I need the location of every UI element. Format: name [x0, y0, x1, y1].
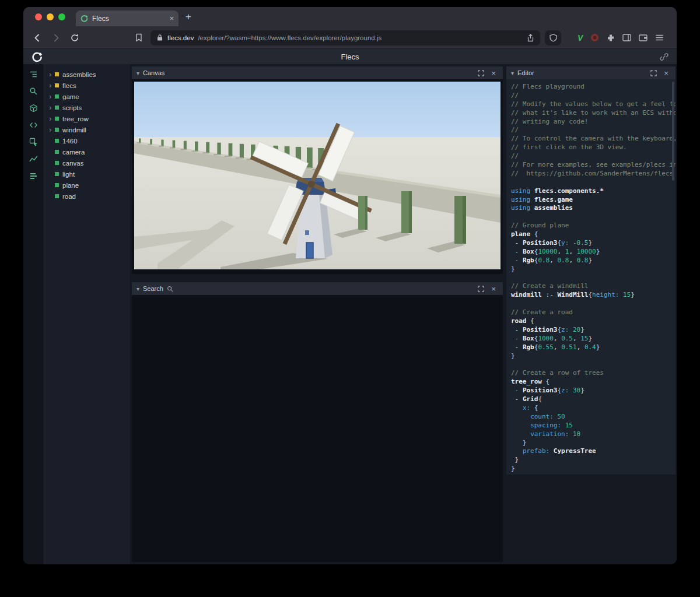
- tree-item-1460[interactable]: 1460: [44, 135, 130, 146]
- code-line: // first click on the 3D view.: [511, 143, 673, 152]
- canvas-panel-header[interactable]: ▾ Canvas ×: [132, 66, 503, 79]
- forward-button[interactable]: [49, 31, 63, 45]
- close-panel-icon[interactable]: ×: [489, 69, 498, 77]
- code-icon[interactable]: [27, 120, 40, 131]
- canvas-3d-viewport[interactable]: [132, 79, 503, 274]
- tree-item-light[interactable]: light: [44, 168, 130, 180]
- vpn-extension-icon[interactable]: V: [578, 33, 583, 43]
- code-line: plane {: [511, 230, 673, 239]
- tab-close-icon[interactable]: ×: [169, 14, 174, 23]
- editor-code[interactable]: // Flecs playground//// Modify the value…: [511, 83, 673, 473]
- code-line: - Rgb{0.8, 0.8, 0.8}: [511, 257, 673, 265]
- tree-item-camera[interactable]: camera: [44, 146, 130, 157]
- search-panel-header[interactable]: ▾ Search ×: [132, 282, 503, 295]
- close-window-button[interactable]: [35, 13, 42, 20]
- browser-window: Flecs × + flecs.dev/explorer/?wasm=https…: [23, 7, 677, 564]
- entity-color-square: [55, 94, 59, 99]
- tree-item-scripts[interactable]: ›scripts: [44, 102, 130, 113]
- tree-item-flecs[interactable]: ›flecs: [44, 80, 130, 91]
- menu-icon[interactable]: [655, 34, 664, 41]
- entity-color-square: [55, 117, 59, 121]
- entity-label: assemblies: [62, 71, 96, 78]
- code-line: //: [511, 92, 673, 100]
- toolbar-extensions: V: [578, 33, 664, 43]
- entity-color-square: [55, 194, 59, 198]
- expand-arrow-icon[interactable]: ›: [49, 82, 55, 89]
- extensions-puzzle-icon[interactable]: [607, 34, 615, 42]
- tree-item-assemblies[interactable]: ›assemblies: [44, 69, 130, 80]
- code-line: - Position3{z: 30}: [511, 387, 673, 395]
- entity-label: camera: [62, 149, 85, 156]
- code-line: using flecs.game: [511, 196, 673, 205]
- inspect-icon[interactable]: [27, 137, 40, 148]
- wallet-icon[interactable]: [639, 34, 648, 41]
- new-tab-button[interactable]: +: [186, 11, 191, 23]
- expand-panel-icon[interactable]: [649, 69, 658, 77]
- expand-arrow-icon[interactable]: ›: [49, 93, 55, 100]
- share-icon[interactable]: [527, 34, 534, 42]
- right-column: ▾ Editor × // Flecs playground//// Modif…: [505, 64, 677, 564]
- entity-tree-list: ›assemblies›flecs›game›scripts›tree_row›…: [44, 69, 130, 202]
- red-extension-icon[interactable]: [590, 33, 599, 42]
- entity-label: road: [62, 193, 76, 200]
- code-editor[interactable]: // Flecs playground//// Modify the value…: [506, 79, 676, 475]
- brave-shield-button[interactable]: [545, 30, 561, 45]
- expand-panel-icon[interactable]: [476, 69, 485, 77]
- zoom-window-button[interactable]: [58, 13, 65, 20]
- search-icon[interactable]: [27, 86, 40, 97]
- minimize-window-button[interactable]: [47, 13, 54, 20]
- chevron-down-icon[interactable]: ▾: [136, 286, 139, 292]
- chart-icon[interactable]: [27, 154, 40, 164]
- code-line: - Grid{: [511, 395, 673, 404]
- search-results-area[interactable]: [132, 295, 503, 562]
- expand-arrow-icon[interactable]: ›: [49, 104, 55, 111]
- code-line: - Rgb{0.55, 0.51, 0.4}: [511, 343, 673, 352]
- url-path: /explorer/?wasm=https://www.flecs.dev/ex…: [198, 34, 523, 41]
- chevron-down-icon[interactable]: ▾: [511, 70, 514, 76]
- back-button[interactable]: [30, 31, 44, 45]
- expand-arrow-icon[interactable]: ›: [49, 71, 55, 78]
- share-link-icon[interactable]: [660, 52, 668, 61]
- reload-button[interactable]: [68, 31, 82, 45]
- stats-icon[interactable]: [27, 171, 40, 181]
- bookmark-icon[interactable]: [132, 31, 146, 45]
- code-line: using flecs.components.*: [511, 187, 673, 196]
- code-line: }: [511, 352, 673, 361]
- close-panel-icon[interactable]: ×: [662, 69, 671, 77]
- tree-item-game[interactable]: ›game: [44, 91, 130, 102]
- tree-item-plane[interactable]: plane: [44, 180, 130, 191]
- entity-label: plane: [62, 182, 79, 189]
- entity-label: tree_row: [62, 115, 89, 122]
- expand-panel-icon[interactable]: [476, 285, 485, 293]
- code-line: variation: 10: [511, 430, 673, 439]
- tree-item-road[interactable]: road: [44, 191, 130, 202]
- 3d-scene: [134, 82, 501, 269]
- code-line: }: [511, 465, 673, 473]
- entity-label: game: [62, 93, 79, 100]
- url-host: flecs.dev: [167, 34, 194, 41]
- tree-item-tree_row[interactable]: ›tree_row: [44, 113, 130, 124]
- search-panel-title: Search: [143, 285, 163, 292]
- expand-arrow-icon[interactable]: ›: [49, 115, 55, 122]
- chevron-down-icon[interactable]: ▾: [136, 70, 139, 76]
- browser-tab-flecs[interactable]: Flecs ×: [76, 10, 178, 26]
- flecs-favicon-icon: [80, 15, 88, 22]
- close-panel-icon[interactable]: ×: [489, 285, 498, 293]
- expand-arrow-icon[interactable]: ›: [49, 127, 55, 134]
- entity-label: windmill: [62, 127, 86, 134]
- editor-scrollbar[interactable]: [672, 82, 674, 181]
- entity-label: scripts: [62, 104, 82, 111]
- sidebar-toggle-icon[interactable]: [622, 34, 631, 41]
- code-line: - Box{1000, 0.5, 15}: [511, 335, 673, 343]
- center-column: ▾ Canvas ×: [130, 64, 505, 564]
- tree-item-canvas[interactable]: canvas: [44, 157, 130, 168]
- entity-tree-icon[interactable]: [27, 69, 40, 80]
- tree-item-windmill[interactable]: ›windmill: [44, 124, 130, 135]
- code-line: // Ground plane: [511, 222, 673, 230]
- package-icon[interactable]: [27, 103, 40, 114]
- address-bar[interactable]: flecs.dev/explorer/?wasm=https://www.fle…: [150, 30, 540, 45]
- entity-color-square: [55, 72, 59, 76]
- code-line: [511, 274, 673, 283]
- editor-panel-header[interactable]: ▾ Editor ×: [506, 66, 676, 79]
- code-line: - Position3{y: -0.5}: [511, 239, 673, 248]
